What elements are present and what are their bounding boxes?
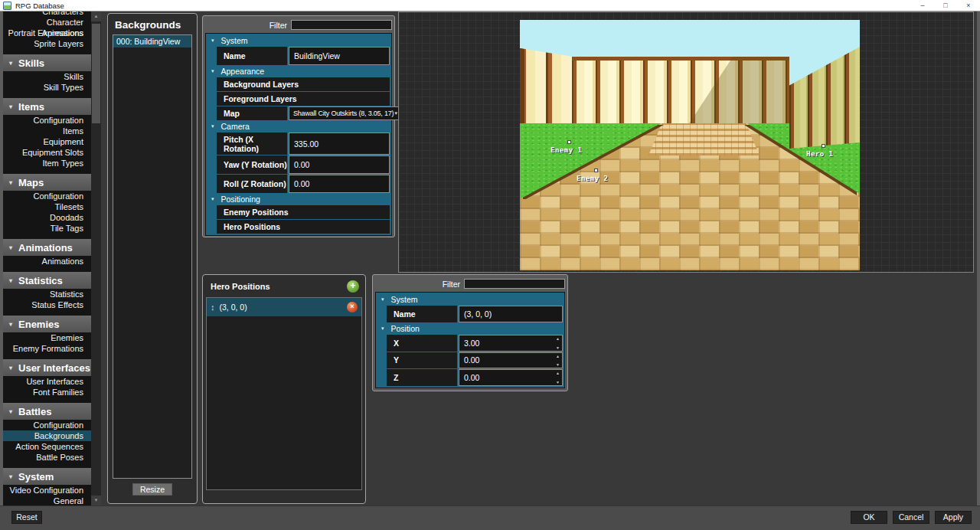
z-field[interactable]	[459, 369, 563, 386]
backgrounds-list[interactable]: 000: BuildingView	[113, 34, 192, 479]
sidebar-item-statistics[interactable]: Statistics	[3, 289, 91, 299]
sidebar-item-battles-configuration[interactable]: Configuration	[3, 420, 91, 430]
collapse-caret-icon: ▾	[9, 321, 12, 328]
delete-position-button[interactable]: ×	[347, 302, 358, 312]
sidebar-item-maps-configuration[interactable]: Configuration	[3, 191, 91, 201]
hero-positions-list[interactable]: ↕ (3, 0, 0) ×	[206, 297, 362, 490]
sidebar-item-video-configuration[interactable]: Video Configuration	[3, 485, 91, 496]
sidebar-item-characters[interactable]: Characters	[3, 11, 91, 17]
roll-field[interactable]	[289, 175, 390, 193]
sidebar-item-skill-types[interactable]: Skill Types	[3, 82, 91, 93]
sidebar-item-sprite-layers[interactable]: Sprite Layers	[3, 38, 91, 49]
spinner-down-icon[interactable]: ▼	[556, 363, 560, 366]
spinner-down-icon[interactable]: ▼	[556, 346, 560, 349]
spinner-up-icon[interactable]: ▲	[556, 371, 560, 375]
sidebar-section-maps[interactable]: ▾ Maps	[3, 174, 91, 191]
spinner-up-icon[interactable]: ▲	[556, 355, 560, 358]
reset-button[interactable]: Reset	[11, 511, 42, 524]
sidebar-item-character-animations[interactable]: Character Animations	[3, 17, 91, 28]
sidebar-section-enemies[interactable]: ▾ Enemies	[3, 316, 91, 332]
sidebar-section-battles[interactable]: ▾ Battles	[3, 403, 91, 420]
enemy2-label: Enemy 2	[577, 175, 608, 182]
hero-positions-panel: Hero Positions + ↕ (3, 0, 0) ×	[202, 274, 366, 504]
scroll-down-icon[interactable]: ▼	[91, 496, 101, 505]
sidebar-section-items[interactable]: ▾ Items	[3, 98, 91, 115]
sidebar-item-item-types[interactable]: Item Types	[3, 158, 91, 168]
sidebar-item-doodads[interactable]: Doodads	[3, 212, 91, 223]
hero-positions-title: Hero Positions	[211, 282, 270, 291]
prop-label-map: Map	[217, 106, 287, 120]
enemy-positions-expander[interactable]: Enemy Positions	[217, 205, 390, 219]
position-item-label: (3, 0, 0)	[220, 303, 247, 312]
apply-button[interactable]: Apply	[935, 511, 972, 524]
section-header-system[interactable]: ▾ System	[377, 294, 563, 305]
sidebar-item-status-effects[interactable]: Status Effects	[3, 299, 91, 310]
restore-icon[interactable]: □	[934, 0, 957, 11]
sidebar-item-items[interactable]: Items	[3, 126, 91, 136]
position-name-field[interactable]	[459, 306, 563, 322]
collapse-caret-icon: ▾	[9, 408, 12, 415]
x-field[interactable]	[459, 335, 563, 352]
collapse-caret-icon: ▾	[211, 123, 214, 129]
prop-label-yaw: Yaw (Y Rotation)	[217, 155, 287, 174]
resize-button[interactable]: Resize	[132, 483, 172, 496]
sidebar-section-statistics[interactable]: ▾ Statistics	[3, 272, 91, 289]
sidebar-item-backgrounds[interactable]: Backgrounds	[3, 430, 91, 441]
cancel-button[interactable]: Cancel	[893, 511, 929, 524]
section-header-positioning[interactable]: ▾ Positioning	[207, 194, 390, 204]
foreground-layers-expander[interactable]: Foreground Layers	[217, 92, 390, 106]
list-item-position[interactable]: ↕ (3, 0, 0) ×	[207, 298, 361, 316]
section-header-position[interactable]: ▾ Position	[377, 323, 563, 334]
sidebar-item-enemy-formations[interactable]: Enemy Formations	[3, 343, 91, 354]
hero1-marker	[822, 144, 825, 148]
sidebar-section-animations[interactable]: ▾ Animations	[3, 239, 91, 256]
sidebar-section-system[interactable]: ▾ System	[3, 468, 91, 485]
sidebar-item-portrait-expressions[interactable]: Portrait Expressions	[3, 28, 91, 38]
minimize-icon[interactable]: –	[911, 0, 934, 11]
battle-preview-panel: Enemy 1 Enemy 2 Hero 1	[398, 11, 974, 273]
section-header-appearance[interactable]: ▾ Appearance	[207, 66, 390, 77]
section-header-camera[interactable]: ▾ Camera	[207, 121, 390, 132]
sidebar-item-general[interactable]: General	[3, 496, 91, 505]
spinner-down-icon[interactable]: ▼	[556, 381, 560, 384]
map-dropdown[interactable]: Shawall City Outskirts (8, 3.05, 17) ▼	[289, 106, 402, 120]
sidebar-item-tilesets[interactable]: Tilesets	[3, 201, 91, 212]
collapse-caret-icon: ▾	[9, 365, 12, 371]
drag-handle-icon[interactable]: ↕	[211, 303, 215, 312]
scroll-up-icon[interactable]: ▲	[91, 11, 101, 21]
position-filter-input[interactable]	[464, 279, 565, 289]
spinner-up-icon[interactable]: ▲	[556, 337, 560, 340]
hero-positions-expander[interactable]: Hero Positions	[217, 220, 390, 234]
sidebar-item-equipment[interactable]: Equipment	[3, 136, 91, 147]
y-field[interactable]	[459, 352, 563, 369]
list-item-buildingview[interactable]: 000: BuildingView	[113, 35, 191, 47]
sidebar-item-animations[interactable]: Animations	[3, 256, 91, 267]
enemy1-label: Enemy 1	[550, 146, 582, 154]
sidebar-scrollbar[interactable]: ▲ ▼	[91, 11, 101, 505]
pitch-field[interactable]	[289, 132, 390, 155]
close-icon[interactable]: ×	[957, 0, 980, 11]
sidebar-item-battle-poses[interactable]: Battle Poses	[3, 452, 91, 463]
sidebar-item-equipment-slots[interactable]: Equipment Slots	[3, 147, 91, 158]
add-position-button[interactable]: +	[347, 280, 359, 293]
sidebar-item-items-configuration[interactable]: Configuration	[3, 115, 91, 126]
sidebar-section-skills[interactable]: ▾ Skills	[3, 54, 91, 71]
main-area: Characters Character Animations Portrait…	[3, 11, 977, 505]
section-header-system[interactable]: ▾ System	[207, 35, 390, 46]
sidebar-item-tile-tags[interactable]: Tile Tags	[3, 223, 91, 234]
prop-label-pitch: Pitch (X Rotation)	[217, 132, 287, 155]
sidebar-item-user-interfaces[interactable]: User Interfaces	[3, 376, 91, 387]
filter-input[interactable]	[291, 20, 392, 30]
sidebar-item-font-families[interactable]: Font Families	[3, 387, 91, 398]
background-layers-expander[interactable]: Background Layers	[217, 77, 390, 91]
property-grid: ▾ System Name ▾ Appearance Background La…	[205, 33, 392, 236]
sidebar-item-action-sequences[interactable]: Action Sequences	[3, 441, 91, 452]
name-field[interactable]	[289, 47, 390, 65]
yaw-field[interactable]	[289, 155, 390, 174]
sidebar-item-enemies[interactable]: Enemies	[3, 332, 91, 343]
prop-label-y: Y	[387, 352, 457, 369]
ok-button[interactable]: OK	[851, 511, 887, 524]
sidebar-item-skills[interactable]: Skills	[3, 71, 91, 82]
scrollbar-thumb[interactable]	[92, 24, 100, 123]
sidebar-section-user-interfaces[interactable]: ▾ User Interfaces	[3, 359, 91, 376]
